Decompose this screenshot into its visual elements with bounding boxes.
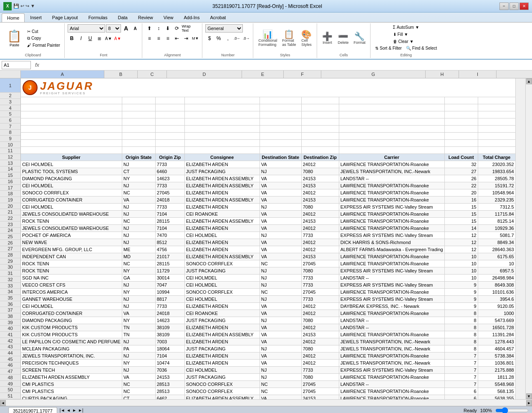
cell-9-8[interactable] bbox=[478, 147, 515, 154]
data-cell-22-7[interactable]: 12 bbox=[444, 239, 478, 246]
data-cell-34-8[interactable]: 16501.728 bbox=[478, 324, 515, 331]
data-cell-44-6[interactable]: LAWRENCE TRANSPORTATION-Roanoke bbox=[339, 395, 444, 400]
data-cell-32-3[interactable]: CEI ROANOKE bbox=[184, 310, 260, 317]
cell-8-6[interactable] bbox=[339, 140, 444, 147]
cell-8-3[interactable] bbox=[184, 140, 260, 147]
data-cell-23-4[interactable]: VA bbox=[260, 246, 301, 253]
bold-button[interactable]: B bbox=[68, 34, 76, 43]
cut-button[interactable]: ✂ Cut bbox=[25, 28, 62, 35]
tab-addins[interactable]: Add-Ins bbox=[179, 13, 204, 22]
data-cell-30-3[interactable]: CEI HOLMDEL bbox=[184, 296, 260, 303]
data-cell-29-1[interactable]: NY bbox=[122, 289, 155, 296]
data-cell-15-0[interactable]: SONOCO CORRFLEX bbox=[21, 189, 122, 196]
data-cell-27-4[interactable]: NJ bbox=[260, 274, 301, 282]
data-cell-15-8[interactable]: 10548.964 bbox=[478, 189, 515, 196]
data-cell-41-3[interactable]: JUST PACKAGING bbox=[184, 374, 260, 381]
data-cell-26-1[interactable]: NY bbox=[122, 267, 155, 274]
data-cell-28-1[interactable]: NJ bbox=[122, 282, 155, 289]
tab-acrobat[interactable]: Acrobat bbox=[205, 13, 231, 22]
data-cell-11-1[interactable]: NJ bbox=[122, 161, 155, 168]
cell-7-2[interactable] bbox=[155, 133, 184, 140]
data-cell-35-1[interactable]: TN bbox=[122, 331, 155, 338]
header-cell-3[interactable]: Consignee bbox=[184, 154, 260, 161]
data-cell-33-5[interactable]: 7080 bbox=[301, 317, 339, 324]
data-cell-25-3[interactable]: SONOCO CORRFLEX bbox=[184, 260, 260, 267]
data-cell-15-5[interactable]: 24012 bbox=[301, 189, 339, 196]
align-bottom-button[interactable]: ⬇ bbox=[164, 24, 172, 33]
cell-8-8[interactable] bbox=[478, 140, 515, 147]
cell-7-1[interactable] bbox=[122, 133, 155, 140]
data-cell-28-2[interactable]: 7047 bbox=[155, 282, 184, 289]
data-cell-16-8[interactable]: 2329.235 bbox=[478, 196, 515, 204]
sheet-next-button[interactable]: ► bbox=[72, 408, 76, 413]
data-cell-30-1[interactable]: NJ bbox=[122, 296, 155, 303]
data-cell-34-0[interactable]: KIK CUSTOM PRODUCTS bbox=[21, 324, 122, 331]
data-cell-33-8[interactable]: 5473.669 bbox=[478, 317, 515, 324]
data-cell-15-1[interactable]: NC bbox=[122, 189, 155, 196]
data-cell-27-8[interactable]: 26498.984 bbox=[478, 274, 515, 282]
cell-6-4[interactable] bbox=[260, 126, 301, 133]
font-name-select[interactable]: Arial bbox=[68, 24, 105, 33]
data-cell-29-8[interactable]: 10101.636 bbox=[478, 289, 515, 296]
data-cell-15-4[interactable]: VA bbox=[260, 189, 301, 196]
data-cell-38-0[interactable]: JEWELS TRANSPORTATION, INC. bbox=[21, 353, 122, 360]
cell-2-5[interactable] bbox=[301, 97, 339, 104]
data-cell-44-4[interactable]: VA bbox=[260, 395, 301, 400]
data-cell-25-0[interactable]: ROCK TENN bbox=[21, 260, 122, 267]
data-cell-22-2[interactable]: 8512 bbox=[155, 239, 184, 246]
header-cell-4[interactable]: Destination State bbox=[260, 154, 301, 161]
data-cell-17-1[interactable]: NJ bbox=[122, 204, 155, 211]
tab-view[interactable]: View bbox=[159, 13, 179, 22]
data-cell-32-6[interactable]: LAWRENCE TRANSPORTATION-Roanoke bbox=[339, 310, 444, 317]
data-cell-38-4[interactable]: VA bbox=[260, 353, 301, 360]
data-cell-17-3[interactable]: ELIZABETH ARDEN bbox=[184, 204, 260, 211]
cell-3-5[interactable] bbox=[301, 104, 339, 111]
data-cell-19-4[interactable]: VA bbox=[260, 218, 301, 225]
customize-icon[interactable]: ▼ bbox=[30, 3, 35, 9]
cell-6-2[interactable] bbox=[155, 126, 184, 133]
data-cell-42-4[interactable]: NC bbox=[260, 381, 301, 388]
data-cell-30-0[interactable]: GANNET WAREHOUSE bbox=[21, 296, 122, 303]
data-cell-43-3[interactable]: SONOCO CORRFLEX bbox=[184, 388, 260, 395]
data-cell-20-1[interactable]: NJ bbox=[122, 225, 155, 232]
data-cell-31-4[interactable]: VA bbox=[260, 303, 301, 310]
cell-4-2[interactable] bbox=[155, 111, 184, 118]
wrap-text-button[interactable]: Wrap Text bbox=[182, 24, 190, 33]
data-cell-42-2[interactable]: 28513 bbox=[155, 381, 184, 388]
data-cell-14-2[interactable]: 7733 bbox=[155, 182, 184, 189]
data-cell-17-5[interactable]: 7080 bbox=[301, 204, 339, 211]
cell-9-7[interactable] bbox=[444, 147, 478, 154]
data-cell-22-1[interactable]: NJ bbox=[122, 239, 155, 246]
data-cell-20-5[interactable]: 24012 bbox=[301, 225, 339, 232]
data-cell-12-7[interactable]: 27 bbox=[444, 168, 478, 175]
data-cell-37-7[interactable]: 8 bbox=[444, 345, 478, 353]
data-cell-12-8[interactable]: 19833.654 bbox=[478, 168, 515, 175]
data-cell-16-4[interactable]: VA bbox=[260, 196, 301, 204]
header-cell-8[interactable]: Total Charge bbox=[478, 154, 515, 161]
data-cell-41-7[interactable]: 7 bbox=[444, 374, 478, 381]
col-header-I[interactable]: I bbox=[459, 71, 497, 78]
cell-6-7[interactable] bbox=[444, 126, 478, 133]
data-cell-13-0[interactable]: DIAMOND PACKAGING bbox=[21, 175, 122, 182]
minimize-button[interactable]: − bbox=[499, 3, 509, 10]
cell-4-8[interactable] bbox=[478, 111, 515, 118]
data-cell-20-8[interactable]: 10929.36 bbox=[478, 225, 515, 232]
data-cell-39-1[interactable]: NY bbox=[122, 360, 155, 367]
data-cell-15-7[interactable]: 20 bbox=[444, 189, 478, 196]
data-cell-38-6[interactable]: LAWRENCE TRANSPORTATION-Roanoke bbox=[339, 353, 444, 360]
data-cell-21-1[interactable]: NJ bbox=[122, 232, 155, 239]
cell-6-1[interactable] bbox=[122, 126, 155, 133]
data-cell-34-7[interactable]: 8 bbox=[444, 324, 478, 331]
align-center-button[interactable]: ≡ bbox=[154, 34, 163, 43]
data-cell-21-6[interactable]: EXPRESS AIR SYSTEMS INC-Valley Stream bbox=[339, 232, 444, 239]
data-cell-19-7[interactable]: 15 bbox=[444, 218, 478, 225]
data-cell-36-0[interactable]: LE PAPILLON C/O COSMETIC AND PERFUME bbox=[21, 338, 122, 345]
data-cell-33-0[interactable]: DIAMOND PACKAGING bbox=[21, 317, 122, 324]
data-cell-11-4[interactable]: VA bbox=[260, 161, 301, 168]
data-cell-44-3[interactable]: ELIZABETH ARDEN ASSEMBLY bbox=[184, 395, 260, 400]
font-size-select[interactable]: 8 bbox=[106, 24, 121, 33]
data-cell-42-7[interactable]: 7 bbox=[444, 381, 478, 388]
scroll-left-button[interactable]: ◄ bbox=[0, 400, 6, 406]
data-cell-36-2[interactable]: 7003 bbox=[155, 338, 184, 345]
data-cell-38-5[interactable]: 24012 bbox=[301, 353, 339, 360]
